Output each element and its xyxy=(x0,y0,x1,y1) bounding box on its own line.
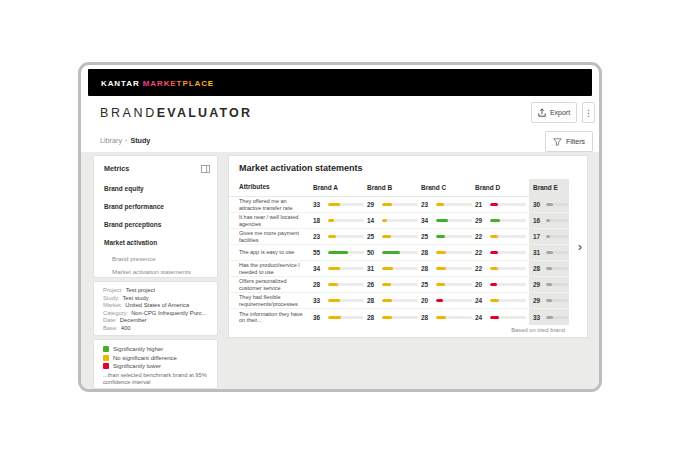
legend-list: Significantly higherNo significant diffe… xyxy=(103,345,208,370)
sidebar-item-brand-performance[interactable]: Brand performance xyxy=(94,198,217,216)
score-bar-track xyxy=(490,219,526,222)
export-upload-icon xyxy=(538,108,546,117)
score-bar-fill xyxy=(436,299,443,302)
score-bar-track xyxy=(382,267,418,270)
info-value: Test study xyxy=(122,295,148,301)
table-row: It has near / well located agencies18143… xyxy=(229,213,569,229)
score-bar-fill xyxy=(328,316,341,319)
info-label: Study: xyxy=(103,295,119,301)
score-cell: 33 xyxy=(529,309,569,325)
collapse-panel-icon[interactable] xyxy=(201,165,210,173)
score-bar-fill xyxy=(436,251,446,254)
score-bar-track xyxy=(546,316,568,319)
score-bar-fill xyxy=(328,251,348,254)
export-button[interactable]: Export xyxy=(531,102,577,123)
score-value: 20 xyxy=(475,281,490,288)
column-header-brand-d: Brand D xyxy=(475,179,529,196)
score-bar-fill xyxy=(546,219,550,222)
score-cell: 16 xyxy=(529,213,569,228)
top-nav-bar: KANTAR MARKETPLACE xyxy=(88,69,592,96)
score-value: 29 xyxy=(533,297,546,304)
score-bar-fill xyxy=(436,267,446,270)
score-bar-fill xyxy=(546,283,552,286)
metrics-panel-title: Metrics xyxy=(104,164,129,173)
score-value: 17 xyxy=(533,233,546,240)
attribute-label: The app is easy to use xyxy=(229,245,313,260)
score-value: 33 xyxy=(533,314,546,321)
kantar-logo-text: KANTAR xyxy=(101,78,140,87)
filters-button[interactable]: Filters xyxy=(545,131,593,152)
app-window: KANTAR MARKETPLACE BRANDEVALUATOR Export… xyxy=(78,62,602,392)
score-value: 23 xyxy=(313,233,328,240)
attribute-label: Offers personalized customer service xyxy=(229,277,313,292)
significance-legend-panel: Significantly higherNo significant diffe… xyxy=(93,339,218,389)
sidebar-item-market-activation[interactable]: Market activation xyxy=(94,234,217,252)
kebab-menu-button[interactable]: ⋮ xyxy=(582,102,595,123)
score-bar-fill xyxy=(436,203,444,206)
marketplace-letter: A xyxy=(150,78,157,87)
column-header-brand-b: Brand B xyxy=(367,179,421,196)
score-bar-fill xyxy=(490,235,498,238)
sidebar-item-brand-perceptions[interactable]: Brand perceptions xyxy=(94,216,217,234)
score-bar-track xyxy=(546,219,568,222)
score-cell: 14 xyxy=(367,213,421,228)
project-info-list: Project:Test projectStudy:Test studyMark… xyxy=(103,287,208,331)
column-header-attributes: Attributes xyxy=(229,179,313,196)
score-value: 25 xyxy=(421,233,436,240)
score-value: 36 xyxy=(313,314,328,321)
score-bar-track xyxy=(328,251,364,254)
score-bar-track xyxy=(436,251,472,254)
info-label: Category: xyxy=(103,310,128,316)
breadcrumb-library[interactable]: Library xyxy=(100,136,122,145)
sidebar-item-brand-presence[interactable]: Brand presence xyxy=(94,252,217,265)
legend-item: No significant difference xyxy=(103,353,208,361)
score-bar-track xyxy=(490,235,526,238)
score-bar-track xyxy=(382,251,418,254)
marketplace-logo-text: MARKETPLACE xyxy=(143,78,214,87)
score-cell: 36 xyxy=(313,309,367,325)
score-bar-track xyxy=(546,283,568,286)
score-value: 24 xyxy=(475,314,490,321)
score-cell: 25 xyxy=(421,229,475,244)
score-cell: 30 xyxy=(529,197,569,212)
score-cell: 55 xyxy=(313,245,367,260)
project-info-line: Study:Test study xyxy=(103,295,208,301)
score-bar-track xyxy=(490,283,526,286)
legend-label: Significantly lower xyxy=(113,363,161,369)
score-value: 33 xyxy=(313,201,328,208)
score-bar-track xyxy=(328,316,364,319)
score-cell: 31 xyxy=(529,245,569,260)
score-bar-fill xyxy=(436,283,445,286)
attribute-label: The information they have on their... xyxy=(229,309,313,325)
sidebar-item-brand-equity[interactable]: Brand equity xyxy=(94,180,217,198)
score-bar-track xyxy=(436,283,472,286)
page-title: BRANDEVALUATOR xyxy=(100,104,252,122)
score-bar-fill xyxy=(490,283,497,286)
sidebar-item-market-activation-statements[interactable]: Market activation statements xyxy=(94,265,217,278)
score-value: 24 xyxy=(475,297,490,304)
attribute-label: It has near / well located agencies xyxy=(229,213,313,228)
score-bar-track xyxy=(546,235,568,238)
score-bar-track xyxy=(328,203,364,206)
attribute-label: Has the product/service I needed to use xyxy=(229,261,313,276)
score-value: 28 xyxy=(421,314,436,321)
info-label: Date: xyxy=(103,317,117,323)
kantar-marketplace-logo[interactable]: KANTAR MARKETPLACE xyxy=(101,78,214,87)
score-cell: 23 xyxy=(421,197,475,212)
score-value: 34 xyxy=(421,217,436,224)
table-header-row: AttributesBrand ABrand BBrand CBrand DBr… xyxy=(229,179,569,197)
project-info-panel: Project:Test projectStudy:Test studyMark… xyxy=(93,281,218,336)
attribute-label: They offered me an attractive transfer r… xyxy=(229,197,313,212)
page-title-evaluator: EVALUATOR xyxy=(157,106,253,120)
table-row: Has the product/service I needed to use3… xyxy=(229,261,569,277)
score-cell: 26 xyxy=(367,277,421,292)
scroll-right-chevron[interactable]: › xyxy=(578,240,582,254)
score-bar-fill xyxy=(490,251,498,254)
score-value: 31 xyxy=(367,265,382,272)
score-cell: 20 xyxy=(475,277,529,292)
score-bar-track xyxy=(546,267,568,270)
score-cell: 22 xyxy=(475,261,529,276)
score-bar-track xyxy=(490,267,526,270)
score-bar-fill xyxy=(382,299,392,302)
score-cell: 29 xyxy=(529,293,569,308)
